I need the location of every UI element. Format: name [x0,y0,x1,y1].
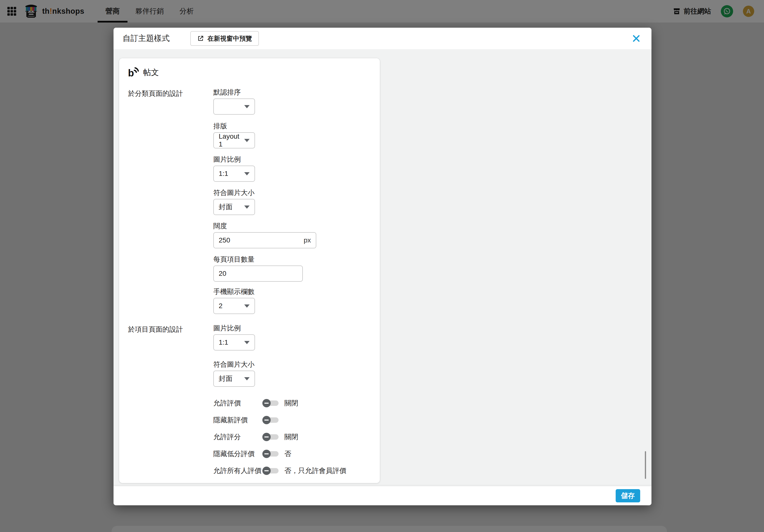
blog-icon: b [128,67,139,78]
field-fit-image-category: 符合圖片大小 封面 [213,189,255,215]
toggle-row-allow-reviews: 允許評價 關閉 [213,398,298,408]
toggle-row-allow-everyone-review: 允許所有人評價 否，只允許會員評價 [213,466,346,476]
chevron-down-icon [244,377,250,380]
toggle-knob-icon [262,450,271,458]
card-title: b 帖文 [128,67,159,78]
field-layout: 排版 Layout 1 [213,122,255,148]
width-input[interactable]: 250 px [213,232,316,248]
allow-ratings-toggle[interactable] [263,434,279,440]
post-settings-card: b 帖文 於分類頁面的設計 於項目頁面的設計 默認排序 排版 Layou [119,58,380,483]
scrollbar-thumb[interactable] [645,451,646,479]
image-ratio-item-select[interactable]: 1:1 [213,334,255,350]
width-unit: px [303,236,311,244]
toggle-row-allow-ratings: 允許評分 關閉 [213,432,298,442]
toggle-row-hide-low-rating-reviews: 隱藏低分評價 否 [213,449,291,459]
items-per-page-input[interactable]: 20 [213,266,303,282]
toggle-knob-icon [262,433,271,441]
toggle-knob-icon [262,399,271,407]
image-ratio-category-select[interactable]: 1:1 [213,166,255,182]
toggle-knob-icon [262,466,271,475]
field-items-per-page: 每頁項目數量 20 [213,255,303,282]
field-default-sort: 默認排序 [213,88,255,115]
chevron-down-icon [244,172,250,175]
field-width: 闊度 250 px [213,222,316,248]
chevron-down-icon [244,205,250,209]
modal-header: 自訂主題樣式 在新視窗中預覽 [113,28,652,49]
field-mobile-columns: 手機顯示欄數 2 [213,288,255,314]
chevron-down-icon [244,305,250,308]
custom-theme-style-modal: 自訂主題樣式 在新視窗中預覽 b 帖文 [113,28,652,505]
chevron-down-icon [244,139,250,142]
toggle-row-hide-new-reviews: 隱藏新評價 [213,415,285,425]
chevron-down-icon [244,341,250,344]
modal-body: b 帖文 於分類頁面的設計 於項目頁面的設計 默認排序 排版 Layou [113,49,652,486]
card-title-label: 帖文 [143,67,159,78]
preview-button-label: 在新視窗中預覽 [207,34,252,43]
svg-text:b: b [128,67,134,78]
modal-title: 自訂主題樣式 [122,33,170,44]
hide-low-rating-reviews-toggle[interactable] [263,451,279,457]
save-button[interactable]: 儲存 [616,489,640,502]
hide-new-reviews-toggle[interactable] [263,417,279,423]
field-image-ratio-item: 圖片比例 1:1 [213,324,255,350]
close-icon[interactable] [631,33,642,44]
modal-footer: 儲存 [113,486,652,505]
allow-everyone-review-toggle[interactable] [263,468,279,473]
group-label-category-page: 於分類頁面的設計 [128,89,183,98]
default-sort-select[interactable] [213,98,255,115]
chevron-down-icon [244,105,250,108]
field-image-ratio-category: 圖片比例 1:1 [213,155,255,182]
fit-image-item-select[interactable]: 封面 [213,371,255,387]
toggle-knob-icon [262,416,271,424]
external-link-icon [197,35,204,42]
field-fit-image-item: 符合圖片大小 封面 [213,360,255,387]
allow-reviews-toggle[interactable] [263,400,279,406]
group-label-item-page: 於項目頁面的設計 [128,325,183,334]
mobile-columns-select[interactable]: 2 [213,298,255,314]
fit-image-category-select[interactable]: 封面 [213,199,255,215]
preview-in-new-window-button[interactable]: 在新視窗中預覽 [190,31,259,46]
layout-select[interactable]: Layout 1 [213,132,255,148]
